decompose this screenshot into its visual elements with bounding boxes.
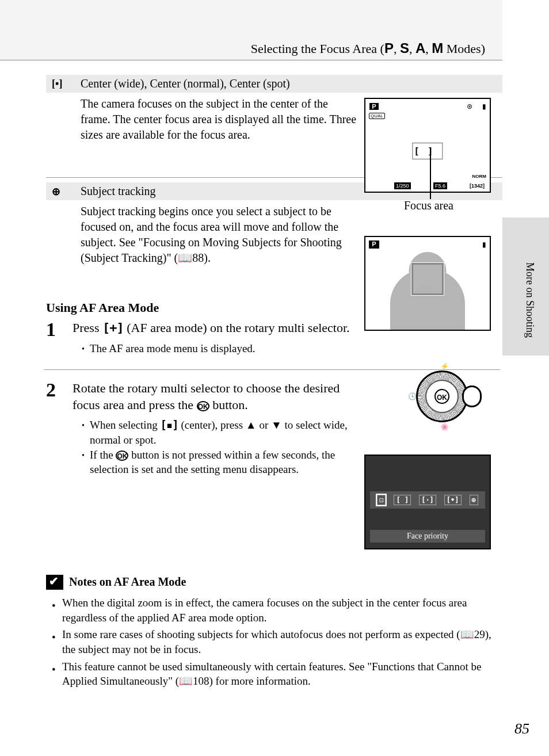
- step-number: 1: [46, 320, 73, 356]
- bullet: If the OK button is not pressed within a…: [82, 448, 359, 477]
- af-area-icon: [+]: [102, 320, 124, 335]
- page-title: Selecting the Focus Area (P, S, A, M Mod…: [251, 40, 485, 56]
- page-content: [▪] Center (wide), Center (normal), Cent…: [46, 75, 502, 691]
- battery-icon: ▮: [482, 102, 486, 111]
- ok-button-icon: OK: [116, 450, 128, 461]
- mode-row-center: [▪] Center (wide), Center (normal), Cent…: [46, 75, 502, 93]
- focus-bracket: []: [412, 143, 443, 159]
- step-number: 2: [46, 380, 73, 477]
- qual-indicator: QUAL: [369, 113, 385, 119]
- callout-line: [430, 147, 431, 199]
- center-description: The camera focuses on the subject in the…: [81, 96, 359, 143]
- mode-option-face: ⚀: [377, 495, 386, 505]
- tracking-icon: ⊕: [52, 185, 81, 198]
- note-item: In some rare cases of shooting subjects …: [52, 627, 502, 656]
- text: If the: [90, 449, 116, 461]
- page-header: Selecting the Focus Area (P, S, A, M Mod…: [0, 0, 502, 60]
- mode-option-tracking: ⊕: [470, 495, 478, 505]
- norm-indicator: NORM: [472, 174, 486, 179]
- step-instruction: Press [+] (AF area mode) on the rotary m…: [73, 320, 359, 337]
- mode-option-auto: [ ]: [394, 495, 411, 505]
- bullet: When selecting [▪] (center), press ▲ or …: [82, 418, 359, 447]
- note-item: This feature cannot be used simultaneous…: [52, 659, 502, 689]
- rotary-selector-diagram: OK ⚡ 🌸 🕓: [406, 366, 475, 428]
- lcd-screen-center: P QUAL ⊛ ▮ [] NORM 1/250 F5.6 [1342]: [364, 98, 491, 193]
- notes-title: Notes on AF Area Mode: [69, 575, 186, 589]
- text: button.: [209, 398, 248, 412]
- text: When selecting: [90, 419, 160, 431]
- macro-icon: 🌸: [440, 423, 449, 432]
- shutter-value: 1/250: [394, 182, 411, 189]
- mode-label: Face priority: [370, 530, 485, 543]
- focus-caption: Focus area: [404, 199, 453, 212]
- battery-icon: ▮: [482, 240, 486, 249]
- mode-a: A: [415, 40, 425, 56]
- check-icon: [46, 575, 63, 590]
- af-mode-bar: ⚀ [ ] [·] [•] ⊕: [370, 491, 485, 509]
- mode-option-center: [•]: [444, 495, 462, 505]
- title-suffix: Modes): [443, 41, 485, 56]
- tracking-description: Subject tracking begins once you select …: [81, 204, 359, 266]
- text: Press: [73, 320, 102, 335]
- tracking-frame: [411, 263, 444, 295]
- mode-p: P: [384, 40, 394, 56]
- center-label: Center (wide), Center (normal), Center (…: [81, 77, 497, 90]
- frames-value: [1342]: [468, 182, 486, 189]
- aperture-value: F5.6: [433, 182, 447, 189]
- step-notes: The AF area mode menu is displayed.: [82, 341, 359, 356]
- ok-button-icon: OK: [197, 401, 209, 411]
- mode-indicator: P: [369, 102, 379, 110]
- chapter-label: More on Shooting: [524, 262, 536, 338]
- center-icon: [▪]: [52, 78, 81, 90]
- rotary-highlight: [462, 385, 482, 407]
- mode-s: S: [400, 40, 409, 56]
- notes-section: Notes on AF Area Mode When the digital z…: [46, 575, 502, 689]
- ok-button-icon: OK: [434, 389, 449, 404]
- mode-indicator: P: [369, 240, 379, 249]
- bullet: The AF area mode menu is displayed.: [82, 341, 359, 356]
- step-body: Press [+] (AF area mode) on the rotary m…: [73, 320, 359, 356]
- timer-icon: 🕓: [408, 392, 417, 401]
- mode-m: M: [432, 40, 443, 56]
- flash-icon: ⚡: [440, 362, 449, 371]
- notes-list: When the digital zoom is in effect, the …: [52, 595, 502, 689]
- note-item: When the digital zoom is in effect, the …: [52, 595, 502, 625]
- step-notes: When selecting [▪] (center), press ▲ or …: [82, 418, 359, 477]
- notes-header: Notes on AF Area Mode: [46, 575, 502, 590]
- center-icon: [▪]: [160, 418, 178, 431]
- text: (AF area mode) on the rotary multi selec…: [124, 320, 350, 335]
- mode-option-manual: [·]: [419, 495, 436, 505]
- lcd-screen-tracking: P ▮: [364, 236, 491, 331]
- page-number: 85: [514, 720, 529, 738]
- step-instruction: Rotate the rotary multi selector to choo…: [73, 380, 359, 413]
- step-body: Rotate the rotary multi selector to choo…: [73, 380, 359, 477]
- lcd-screen-menu: ⚀ [ ] [·] [•] ⊕ Face priority: [364, 455, 491, 549]
- title-prefix: Selecting the Focus Area (: [251, 41, 384, 56]
- handheld-icon: ⊛: [467, 102, 472, 111]
